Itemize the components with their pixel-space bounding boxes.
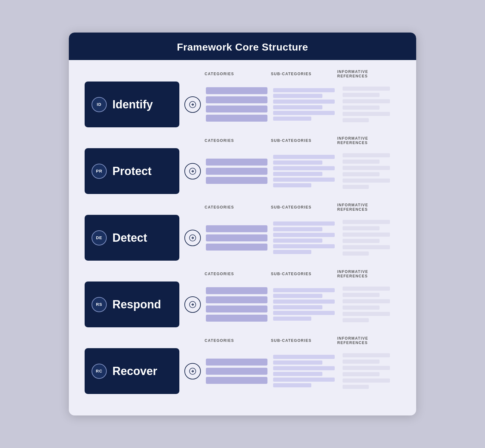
col-headers-ID: CATEGORIES SUB-CATEGORIES INFORMATIVE RE…	[201, 70, 400, 78]
subcategory-bar-PR-1	[273, 160, 322, 165]
col-header-subcategories: SUB-CATEGORIES	[268, 72, 334, 76]
reference-bar-RS-1	[343, 293, 380, 297]
col-header-subcategories: SUB-CATEGORIES	[268, 338, 334, 343]
col-header-categories: CATEGORIES	[201, 338, 268, 343]
col-header-references: INFORMATIVE REFERENCES	[334, 70, 391, 78]
subcategory-bar-PR-0	[273, 155, 335, 159]
subcategory-bar-ID-4	[273, 111, 335, 115]
function-row-RC: RC Recover	[85, 348, 400, 394]
category-bar-PR-1	[206, 168, 267, 175]
col-header-references: INFORMATIVE REFERENCES	[334, 269, 391, 278]
reference-bar-PR-3	[343, 172, 380, 176]
subcategories-bars-RC	[273, 355, 335, 387]
function-label-DE: Detect	[112, 231, 147, 245]
category-bar-ID-2	[206, 106, 267, 112]
reference-bar-ID-4	[343, 112, 390, 116]
subcategory-bar-ID-5	[273, 117, 311, 121]
badge-PR: PR	[92, 164, 107, 179]
function-box-ID: ID Identify	[85, 82, 179, 127]
arrow-circle-RS	[184, 296, 201, 313]
reference-bar-DE-4	[343, 245, 390, 249]
badge-ID: ID	[92, 97, 107, 112]
subcategory-bar-RS-5	[273, 317, 311, 321]
function-box-RC: RC Recover	[85, 348, 179, 394]
arrow-circle-ID	[184, 96, 201, 113]
references-bars-DE	[343, 220, 390, 256]
reference-bar-RS-4	[343, 312, 390, 316]
col-header-references: INFORMATIVE REFERENCES	[334, 203, 391, 212]
references-bars-RC	[343, 353, 390, 389]
col-header-categories: CATEGORIES	[201, 205, 268, 209]
subcategory-bar-RS-1	[273, 294, 322, 298]
function-row-PR: PR Protect	[85, 148, 400, 194]
reference-bar-RC-0	[343, 353, 390, 357]
subcategory-bar-RS-0	[273, 288, 335, 292]
arrow-circle-RC	[184, 363, 201, 379]
subcategory-bar-RS-3	[273, 305, 322, 309]
function-row-DE: DE Detect	[85, 215, 400, 261]
arrow-icon	[189, 234, 196, 241]
function-label-RC: Recover	[112, 365, 157, 378]
main-card: Framework Core Structure CATEGORIES SUB-…	[69, 33, 416, 415]
categories-bars-RC	[206, 359, 267, 384]
references-bars-ID	[343, 87, 390, 122]
function-label-ID: Identify	[112, 98, 153, 111]
col-header-references: INFORMATIVE REFERENCES	[334, 136, 391, 145]
col-header-categories: CATEGORIES	[201, 72, 268, 76]
category-bar-RS-0	[206, 287, 267, 294]
reference-bar-PR-5	[343, 185, 369, 189]
reference-bar-ID-1	[343, 93, 380, 97]
category-bar-RC-1	[206, 368, 267, 375]
categories-bars-DE	[206, 225, 267, 251]
subcategories-bars-PR	[273, 155, 335, 187]
categories-bars-ID	[206, 87, 267, 122]
badge-RC: RC	[92, 364, 107, 379]
category-bar-DE-2	[206, 244, 267, 251]
reference-bar-RS-3	[343, 306, 380, 310]
badge-DE: DE	[92, 230, 107, 245]
arrow-circle-DE	[184, 230, 201, 246]
function-box-DE: DE Detect	[85, 215, 179, 261]
subcategory-bar-PR-2	[273, 166, 335, 170]
reference-bar-RC-2	[343, 366, 390, 370]
subcategory-bar-RS-2	[273, 300, 335, 304]
category-bar-DE-0	[206, 225, 267, 232]
references-bars-RS	[343, 287, 390, 322]
category-bar-ID-1	[206, 96, 267, 103]
reference-bar-PR-1	[343, 160, 380, 164]
reference-bar-RC-1	[343, 360, 380, 364]
content-area: CATEGORIES SUB-CATEGORIES INFORMATIVE RE…	[69, 60, 416, 394]
reference-bar-RC-5	[343, 385, 369, 389]
category-bar-DE-1	[206, 234, 267, 241]
function-label-RS: Respond	[112, 298, 161, 311]
subcategory-bar-RC-5	[273, 383, 311, 387]
reference-bar-RC-3	[343, 372, 380, 376]
category-bar-ID-3	[206, 115, 267, 122]
subcategories-bars-ID	[273, 88, 335, 121]
subcategory-bar-DE-2	[273, 233, 335, 237]
col-headers-DE: CATEGORIES SUB-CATEGORIES INFORMATIVE RE…	[201, 203, 400, 212]
reference-bar-DE-5	[343, 251, 369, 256]
reference-bar-DE-0	[343, 220, 390, 224]
categories-bars-RS	[206, 287, 267, 322]
arrow-icon	[189, 301, 196, 308]
reference-bar-RS-5	[343, 318, 369, 322]
subcategories-bars-RS	[273, 288, 335, 321]
arrow-circle-PR	[184, 163, 201, 179]
subcategory-bar-RC-2	[273, 366, 335, 370]
category-bar-PR-2	[206, 177, 267, 184]
arrow-icon	[189, 168, 196, 175]
subcategory-bar-PR-4	[273, 178, 335, 182]
col-headers-RC: CATEGORIES SUB-CATEGORIES INFORMATIVE RE…	[201, 336, 400, 345]
category-bar-RC-0	[206, 359, 267, 366]
reference-bar-PR-4	[343, 179, 390, 183]
subcategory-bar-ID-1	[273, 94, 322, 98]
subcategory-bar-RC-0	[273, 355, 335, 359]
col-header-categories: CATEGORIES	[201, 138, 268, 143]
reference-bar-PR-2	[343, 166, 390, 170]
reference-bar-ID-3	[343, 106, 380, 110]
subcategory-bar-ID-0	[273, 88, 335, 92]
page-title: Framework Core Structure	[69, 33, 416, 60]
subcategory-bar-DE-3	[273, 239, 322, 243]
reference-bar-DE-1	[343, 226, 380, 230]
